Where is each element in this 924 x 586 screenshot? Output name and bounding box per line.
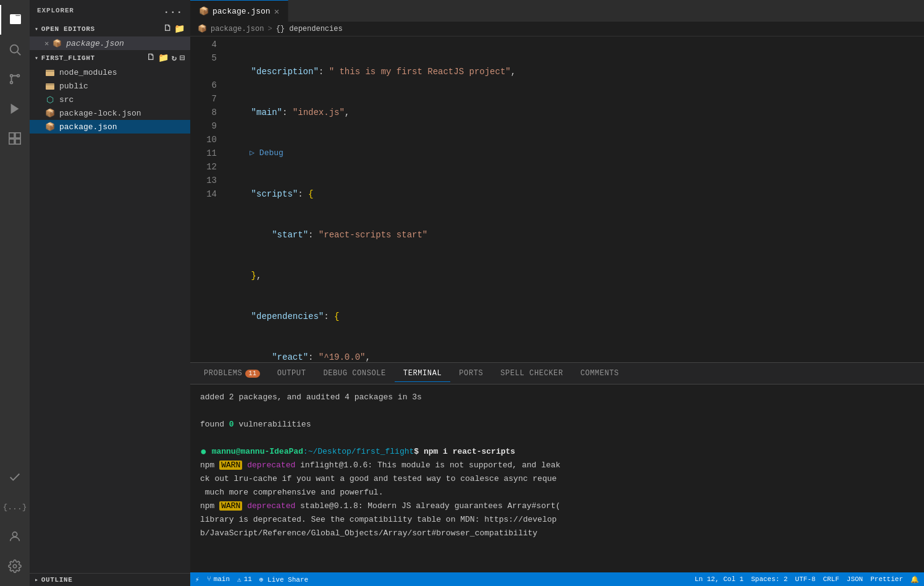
new-folder-project-icon[interactable]: 📁 bbox=[158, 53, 169, 63]
tab-debug-console[interactable]: DEBUG CONSOLE bbox=[314, 365, 394, 381]
new-file-project-icon[interactable]: 🗋 bbox=[146, 53, 156, 63]
close-editor-icon[interactable]: ✕ bbox=[44, 39, 49, 48]
terminal-warn1-cont2: much more comprehensive and powerful. bbox=[200, 486, 914, 499]
tab-package-json-label: package.json bbox=[212, 7, 271, 16]
breadcrumb-section[interactable]: {} dependencies bbox=[276, 25, 343, 33]
git-branch-status[interactable]: ⑂ main bbox=[207, 575, 230, 583]
src-label: src bbox=[59, 95, 74, 104]
breadcrumb-sep: > bbox=[267, 25, 272, 33]
source-control-icon[interactable] bbox=[0, 64, 30, 94]
package-json-icon: 📦 bbox=[51, 38, 62, 49]
svg-point-1 bbox=[10, 45, 19, 53]
cursor-position-label: Ln 12, Col 1 bbox=[695, 575, 744, 583]
language-mode-label: JSON bbox=[847, 575, 863, 583]
git-branch-label: main bbox=[214, 575, 230, 583]
terminal-warn2: npm WARN deprecated stable@0.1.8: Modern… bbox=[200, 499, 914, 513]
package-json-sidebar-item[interactable]: 📦 package.json bbox=[30, 120, 190, 134]
remote-status[interactable]: ⚡ bbox=[195, 575, 200, 584]
encoding[interactable]: UTF-8 bbox=[795, 575, 815, 584]
tab-spell-checker[interactable]: SPELL CHECKER bbox=[492, 365, 571, 381]
notifications[interactable]: 🔔 bbox=[910, 575, 919, 584]
outline-section[interactable]: ▸ Outline bbox=[30, 573, 190, 586]
code-line-9: "dependencies": { bbox=[230, 310, 924, 323]
git-icon: ⑂ bbox=[207, 575, 211, 583]
indentation[interactable]: Spaces: 2 bbox=[751, 575, 788, 584]
explorer-title: Explorer bbox=[37, 7, 74, 14]
svg-rect-14 bbox=[46, 83, 54, 90]
svg-point-12 bbox=[13, 564, 17, 568]
refresh-icon[interactable]: ↻ bbox=[172, 53, 177, 63]
encoding-label: UTF-8 bbox=[795, 575, 815, 583]
tab-comments[interactable]: COMMENTS bbox=[572, 365, 628, 381]
settings-icon[interactable] bbox=[0, 551, 30, 581]
open-editors-label: Open Editors bbox=[41, 25, 95, 33]
package-lock-item[interactable]: 📦 package-lock.json bbox=[30, 106, 190, 120]
tab-problems[interactable]: PROBLEMS11 bbox=[195, 365, 269, 381]
line-ending-label: CRLF bbox=[823, 575, 839, 583]
package-json-sidebar-label: package.json bbox=[59, 122, 117, 132]
problems-status[interactable]: ⚠ 11 bbox=[237, 575, 252, 584]
svg-point-3 bbox=[10, 82, 13, 84]
account-icon[interactable] bbox=[0, 522, 30, 551]
tab-close-icon[interactable]: ✕ bbox=[274, 6, 279, 17]
outline-label: Outline bbox=[41, 576, 73, 584]
svg-rect-9 bbox=[9, 139, 14, 144]
terminal-line-blank1 bbox=[200, 404, 914, 418]
first-flight-chevron: ▾ bbox=[35, 54, 39, 62]
tab-package-json[interactable]: 📦 package.json ✕ bbox=[190, 0, 288, 22]
svg-rect-8 bbox=[15, 133, 20, 138]
src-item[interactable]: ⬡ src bbox=[30, 93, 190, 106]
json-icon[interactable]: {...} bbox=[0, 492, 30, 522]
sidebar: Explorer ... ▾ Open Editors 🗋 📁 ✕ 📦 pack… bbox=[30, 0, 190, 586]
node-modules-item[interactable]: node_modules bbox=[30, 66, 190, 79]
breadcrumb: 📦 package.json > {} dependencies bbox=[190, 22, 924, 36]
remote-icon: ⚡ bbox=[195, 575, 200, 584]
collapse-icon[interactable]: ⊟ bbox=[180, 53, 185, 63]
svg-rect-7 bbox=[9, 133, 14, 138]
search-icon[interactable] bbox=[0, 35, 30, 64]
tab-ports[interactable]: PORTS bbox=[450, 365, 492, 381]
code-line-debug: ▷ Debug bbox=[230, 146, 924, 160]
tab-terminal[interactable]: TERMINAL bbox=[395, 365, 450, 382]
code-container[interactable]: 4 5 · 6 7 8 9 10 11 12 13 14 "descriptio… bbox=[190, 36, 924, 362]
cursor-position[interactable]: Ln 12, Col 1 bbox=[695, 575, 744, 584]
status-bar: ⚡ ⑂ main ⚠ 11 ⊕ Live Share Ln 12, Col 1 … bbox=[190, 572, 924, 586]
explorer-more[interactable]: ... bbox=[164, 5, 183, 16]
terminal-warn1-cont: ck out lru-cache if you want a good and … bbox=[200, 472, 914, 486]
code-editor[interactable]: "description": " this is my first ReactJ… bbox=[224, 36, 924, 362]
breadcrumb-file[interactable]: package.json bbox=[211, 25, 264, 33]
panel-tabs: PROBLEMS11 OUTPUT DEBUG CONSOLE TERMINAL… bbox=[190, 363, 924, 384]
open-editor-package-json[interactable]: ✕ 📦 package.json bbox=[30, 36, 190, 50]
formatter-label: Prettier bbox=[870, 575, 903, 583]
first-flight-section[interactable]: ▾ First_Flight 🗋 📁 ↻ ⊟ bbox=[30, 50, 190, 66]
tab-output[interactable]: OUTPUT bbox=[269, 365, 315, 381]
public-icon bbox=[44, 80, 56, 91]
run-debug-icon[interactable] bbox=[0, 94, 30, 124]
terminal-content[interactable]: added 2 packages, and audited 4 packages… bbox=[190, 384, 924, 572]
new-file-icon[interactable]: 🗋 bbox=[163, 23, 172, 34]
terminal-warn2-cont2: b/JavaScript/Reference/Global_Objects/Ar… bbox=[200, 527, 914, 540]
terminal-line-1: added 2 packages, and audited 4 packages… bbox=[200, 391, 914, 404]
code-line-6: "scripts": { bbox=[230, 187, 924, 201]
outline-chevron: ▸ bbox=[35, 576, 39, 584]
language-mode[interactable]: JSON bbox=[847, 575, 863, 584]
formatter[interactable]: Prettier bbox=[870, 575, 903, 584]
live-share-status[interactable]: ⊕ Live Share bbox=[259, 575, 308, 584]
main-area: 📦 package.json ✕ 📦 package.json > {} dep… bbox=[190, 0, 924, 586]
open-editors-section[interactable]: ▾ Open Editors 🗋 📁 bbox=[30, 21, 190, 36]
line-ending[interactable]: CRLF bbox=[823, 575, 839, 584]
files-icon[interactable] bbox=[0, 5, 30, 35]
testing-icon[interactable] bbox=[0, 462, 30, 492]
src-icon: ⬡ bbox=[44, 94, 56, 105]
svg-marker-6 bbox=[11, 104, 19, 114]
public-item[interactable]: public bbox=[30, 79, 190, 93]
line-numbers: 4 5 · 6 7 8 9 10 11 12 13 14 bbox=[190, 36, 224, 362]
extensions-icon[interactable] bbox=[0, 124, 30, 153]
panel: PROBLEMS11 OUTPUT DEBUG CONSOLE TERMINAL… bbox=[190, 362, 924, 572]
new-folder-icon[interactable]: 📁 bbox=[174, 23, 185, 34]
public-label: public bbox=[59, 82, 88, 91]
svg-point-11 bbox=[12, 532, 17, 537]
svg-line-2 bbox=[17, 52, 20, 55]
problems-count: 11 bbox=[244, 575, 252, 583]
node-modules-label: node_modules bbox=[59, 68, 117, 77]
